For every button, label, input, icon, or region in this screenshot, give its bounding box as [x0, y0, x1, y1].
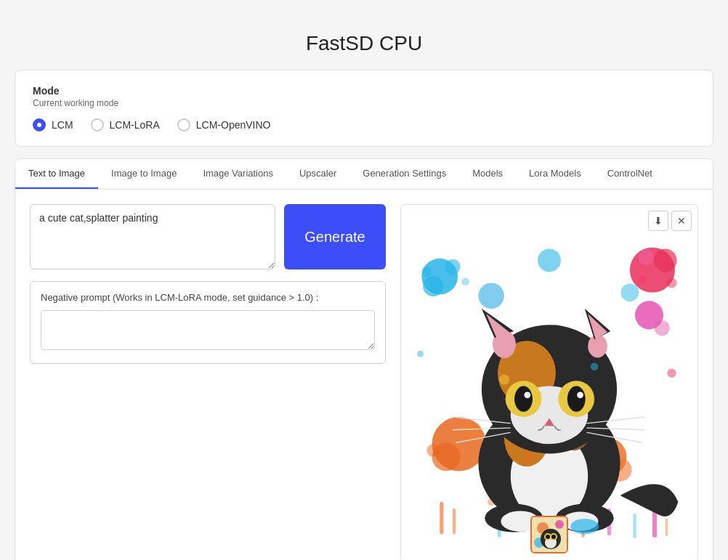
svg-point-50	[570, 519, 599, 534]
radio-circle-lcm	[33, 118, 46, 131]
tab-image-to-image[interactable]: Image to Image	[98, 159, 190, 189]
svg-point-11	[638, 249, 653, 264]
svg-point-7	[538, 249, 561, 272]
tab-lora-models[interactable]: Lora Models	[516, 159, 594, 189]
tab-generation-settings[interactable]: Generation Settings	[349, 159, 459, 189]
radio-label-lcm-lora: LCM-LoRA	[110, 119, 160, 131]
svg-rect-41	[666, 518, 668, 536]
thumbnail-item[interactable]	[530, 516, 568, 553]
prompt-area-wrapper: a cute cat,splatter painting Generate	[30, 204, 386, 269]
svg-point-74	[591, 363, 599, 371]
radio-label-lcm: LCM	[52, 119, 73, 131]
app-container: FastSD CPU Mode Current working mode LCM…	[15, 15, 713, 560]
svg-point-4	[421, 266, 432, 276]
generate-button[interactable]: Generate	[284, 204, 386, 269]
svg-point-85	[551, 535, 556, 539]
svg-point-10	[654, 249, 677, 272]
svg-point-12	[666, 277, 676, 288]
tab-controlnet[interactable]: ControlNet	[594, 159, 666, 189]
thumbnail-image	[532, 517, 568, 553]
close-icon: ✕	[677, 215, 686, 227]
svg-point-6	[478, 283, 503, 309]
negative-prompt-textarea[interactable]	[41, 310, 375, 350]
svg-point-5	[461, 277, 469, 285]
close-button[interactable]: ✕	[671, 211, 692, 231]
tabs-container: Text to Image Image to Image Image Varia…	[15, 158, 713, 560]
tab-models[interactable]: Models	[459, 159, 516, 189]
svg-point-13	[639, 276, 647, 284]
svg-point-18	[462, 421, 482, 441]
radio-lcm[interactable]: LCM	[33, 118, 73, 131]
radio-circle-lcm-lora	[91, 118, 104, 131]
svg-point-73	[499, 374, 509, 384]
tabs-content: a cute cat,splatter painting Generate Ne…	[15, 190, 713, 560]
svg-point-27	[417, 351, 424, 357]
prompt-textarea[interactable]: a cute cat,splatter painting	[30, 204, 275, 269]
download-icon: ⬇	[654, 215, 663, 227]
radio-lcm-openvino[interactable]: LCM-OpenVINO	[177, 118, 271, 131]
right-panel: ⬇ ✕	[400, 204, 698, 560]
main-layout: a cute cat,splatter painting Generate Ne…	[30, 204, 698, 560]
svg-point-78	[555, 520, 564, 529]
download-button[interactable]: ⬇	[648, 211, 668, 231]
radio-group: LCM LCM-LoRA LCM-OpenVINO	[33, 118, 695, 131]
svg-point-28	[667, 368, 676, 377]
radio-lcm-lora[interactable]: LCM-LoRA	[91, 118, 160, 131]
mode-sublabel: Current working mode	[33, 98, 695, 108]
svg-point-15	[655, 320, 670, 336]
mode-label: Mode	[33, 85, 695, 97]
svg-point-75	[525, 453, 534, 461]
radio-circle-lcm-openvino	[177, 118, 190, 131]
svg-point-64	[567, 386, 586, 411]
svg-point-61	[514, 386, 533, 411]
image-toolbar: ⬇ ✕	[648, 211, 692, 231]
svg-point-8	[620, 283, 639, 301]
tabs-header: Text to Image Image to Image Image Varia…	[15, 159, 713, 190]
svg-point-65	[577, 391, 583, 398]
tab-text-to-image[interactable]: Text to Image	[15, 159, 98, 189]
svg-point-2	[423, 276, 443, 296]
negative-prompt-section: Negative prompt (Works in LCM-LoRA mode,…	[30, 281, 386, 364]
thumbnail-strip	[530, 516, 568, 553]
generated-image-area	[401, 205, 697, 560]
app-title: FastSD CPU	[15, 32, 713, 55]
svg-point-84	[546, 535, 550, 539]
left-panel: a cute cat,splatter painting Generate Ne…	[30, 204, 386, 560]
svg-rect-34	[453, 508, 456, 534]
negative-prompt-label: Negative prompt (Works in LCM-LoRA mode,…	[41, 292, 375, 303]
radio-label-lcm-openvino: LCM-OpenVINO	[196, 119, 271, 131]
svg-rect-33	[440, 502, 443, 534]
mode-card: Mode Current working mode LCM LCM-LoRA L…	[15, 70, 713, 147]
svg-point-3	[445, 259, 460, 275]
svg-point-19	[426, 444, 440, 457]
svg-rect-39	[633, 514, 636, 538]
generated-image-svg	[401, 205, 697, 560]
tab-upscaler[interactable]: Upscaler	[286, 159, 349, 189]
svg-point-62	[524, 391, 530, 398]
tab-image-variations[interactable]: Image Variations	[190, 159, 286, 189]
